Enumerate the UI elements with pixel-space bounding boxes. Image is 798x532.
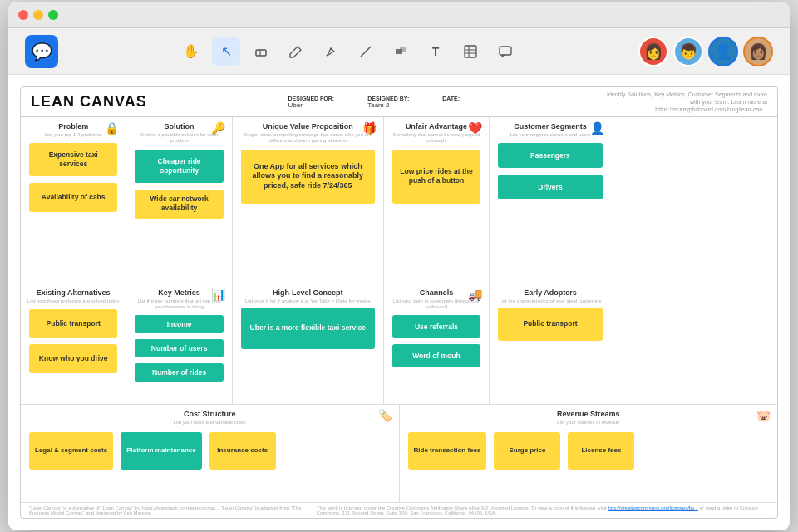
logo-icon: 💬 [25,35,58,68]
early-adopters-cell: Early Adopters List the characteristics … [490,283,611,404]
avatar-user4[interactable]: 👩🏽 [743,37,773,66]
sticky-drivers[interactable]: Drivers [498,175,603,200]
high-level-concept-title: High-Level Concept [239,288,377,297]
lean-canvas-meta: DESIGNED FOR: Uber DESIGNED BY: Team 2 D… [288,96,461,109]
sticky-low-price[interactable]: Low price rides at the push of a button [392,150,480,204]
uvp-notes: One App for all services which allows yo… [239,150,377,204]
avatar-user3[interactable]: 👤 [708,37,738,66]
bottom-row: Cost Structure List your fixed and varia… [21,404,777,502]
sticky-public-transport-2[interactable]: Public transport [498,308,603,341]
cost-structure-cell: Cost Structure List your fixed and varia… [21,405,400,502]
pen-tool[interactable] [282,37,310,66]
unfair-advantage-column: Unfair Advantage Something that cannot b… [384,117,490,404]
sticky-surge-price[interactable]: Surge price [494,432,560,470]
canvas-area: LEAN CANVAS DESIGNED FOR: Uber DESIGNED … [8,75,790,530]
sticky-referrals[interactable]: Use referrals [392,315,480,338]
revenue-streams-icon: 🐷 [756,409,771,422]
key-metrics-cell: Key Metrics List the key numbers that te… [126,283,231,404]
key-metrics-icon: 📊 [211,288,225,301]
existing-alternatives-subtitle: List how these problems are solved today [27,298,119,304]
main-grid: Problem List your top 1-3 problems 🔒 Exp… [21,117,777,404]
footer-link[interactable]: http://creativecommons.org/licenses/by..… [608,505,697,510]
sticky-legal-segment[interactable]: Legal & segment costs [29,432,113,470]
customer-segments-notes: Passengers Drivers [496,141,604,201]
footer-right: This work is licensed under the Creative… [317,505,769,515]
channels-icon: 🚚 [468,288,482,301]
sticky-availability-cabs[interactable]: Availability of cabs [29,183,117,212]
sticky-wide-car[interactable]: Wide car network availability [135,190,223,219]
sticky-one-app[interactable]: One App for all services which allows yo… [241,150,375,204]
sticky-cheaper-ride[interactable]: Cheaper ride opportunity [135,150,223,183]
lean-canvas-title: LEAN CANVAS [31,93,147,111]
date-field: DATE: [442,96,460,109]
sticky-public-transport-1[interactable]: Public transport [29,309,117,338]
sticky-number-rides[interactable]: Number of rides [135,363,223,382]
sticky-passengers[interactable]: Passengers [498,143,603,168]
sticky-word-of-mouth[interactable]: Word of mouh [392,344,480,367]
customer-segments-column: Customer Segments List your target custo… [490,117,611,404]
canvas-footer: "Lean Canvas" is a derivative of "Lean C… [21,502,777,518]
toolbar-left: 💬 [25,35,58,68]
footer-left: "Lean Canvas" is a derivative of "Lean C… [29,505,317,515]
unfair-advantage-icon: ❤️ [468,121,482,135]
svg-rect-9 [500,47,511,55]
avatar-user2[interactable]: 👦 [673,37,703,66]
existing-alternatives-notes: Public transport Know who you drive [27,308,119,375]
maximize-button[interactable] [48,10,58,20]
sticky-uber-flexible[interactable]: Uber is a more flexible taxi service [241,308,375,349]
uvp-column: Unique Value Proposition Single, clear, … [233,117,384,404]
minimize-button[interactable] [33,10,43,20]
titlebar [8,2,790,28]
shape-tool[interactable] [387,37,415,66]
sticky-insurance[interactable]: Insurance costs [209,432,276,470]
customer-segments-title: Customer Segments [496,122,604,131]
sticky-know-who[interactable]: Know who you drive [29,344,117,373]
sticky-platform-maintenance[interactable]: Platform maintenance [121,432,202,470]
uvp-title: Unique Value Proposition [239,122,377,131]
sticky-ride-transaction[interactable]: Ride transaction fees [408,432,487,470]
existing-alternatives-title: Existing Alternatives [27,288,119,297]
cost-structure-subtitle: List your fixed and variable costs [27,420,392,426]
text-tool[interactable]: T [421,37,450,66]
key-metrics-notes: Income Number of users Number of rides [133,313,224,383]
svg-rect-5 [465,46,476,57]
customer-segments-subtitle: List your target customers and users [496,132,604,138]
problem-icon: 🔒 [105,121,119,135]
customer-segments-icon: 👤 [590,121,604,135]
sticky-expensive-taxi[interactable]: Expensive taxi services [29,143,117,176]
close-button[interactable] [18,10,28,20]
uvp-icon: 🎁 [362,121,377,135]
lean-canvas-info: Identify Solutions, Key Metrics, Custome… [601,91,767,113]
solution-column: Solution Outline a possible solution for… [126,117,232,404]
problem-column: Problem List your top 1-3 problems 🔒 Exp… [21,117,126,404]
sticky-license-fees[interactable]: License fees [568,432,634,470]
early-adopters-title: Early Adopters [496,288,604,297]
toolbar-center: ✋ ↖ [177,37,520,66]
table-tool[interactable] [456,37,485,66]
svg-rect-4 [400,47,406,52]
problem-notes: Expensive taxi services Availability of … [27,141,119,214]
sticky-income[interactable]: Income [135,315,223,333]
uvp-cell: Unique Value Proposition Single, clear, … [233,117,383,283]
line-tool[interactable] [352,37,380,66]
high-level-concept-cell: High-Level Concept List your X for Y ana… [233,283,383,404]
comment-tool[interactable] [491,37,520,66]
revenue-streams-subtitle: List your sources of revenue [406,420,771,426]
designed-by: DESIGNED BY: Team 2 [367,96,409,109]
eraser-tool[interactable] [247,37,275,66]
cost-structure-notes: Legal & segment costs Platform maintenan… [27,431,392,471]
sticky-number-users[interactable]: Number of users [135,339,223,357]
customer-segments-cell: Customer Segments List your target custo… [490,117,611,283]
lean-canvas-header: LEAN CANVAS DESIGNED FOR: Uber DESIGNED … [21,87,777,117]
avatar-user1[interactable]: 👩 [638,37,668,66]
traffic-lights [18,10,58,20]
revenue-streams-cell: Revenue Streams List your sources of rev… [400,405,778,502]
designed-for: DESIGNED FOR: Uber [288,96,335,109]
select-tool[interactable]: ↖ [212,37,240,66]
hand-tool[interactable]: ✋ [177,37,205,66]
solution-cell: Solution Outline a possible solution for… [126,117,231,283]
existing-alternatives-cell: Existing Alternatives List how these pro… [21,283,126,404]
uvp-subtitle: Single, clear, compelling message that s… [239,132,377,144]
marker-tool[interactable] [317,37,345,66]
cost-structure-title: Cost Structure [27,410,392,418]
